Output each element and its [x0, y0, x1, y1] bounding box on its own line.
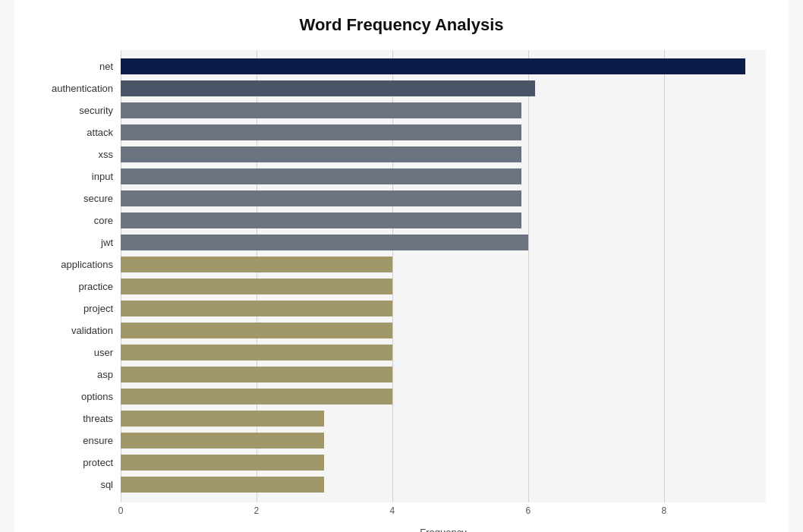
x-tick-label: 6 [525, 505, 531, 516]
bar-row [121, 56, 766, 76]
bar-fill [121, 168, 521, 184]
bar-row [121, 122, 766, 142]
bar-label: options [37, 386, 121, 406]
chart-inner: netauthenticationsecurityattackxssinputs… [37, 50, 766, 532]
bar-fill [121, 80, 535, 96]
bar-label: net [37, 56, 121, 76]
bar-row [121, 210, 766, 230]
bar-label: ensure [37, 430, 121, 450]
bars-section: netauthenticationsecurityattackxssinputs… [37, 50, 766, 502]
bar-label: threats [37, 408, 121, 428]
bar-label: applications [37, 254, 121, 274]
chart-title: Word Frequency Analysis [37, 15, 766, 35]
bar-fill [121, 102, 521, 118]
bar-row [121, 188, 766, 208]
bar-label: validation [37, 320, 121, 340]
bar-label: secure [37, 188, 121, 208]
bar-label: security [37, 100, 121, 120]
bar-row [121, 254, 766, 274]
bar-fill [121, 367, 392, 382]
bar-fill [121, 389, 392, 405]
bar-label: attack [37, 122, 121, 142]
bar-row [121, 78, 766, 98]
bar-row [121, 386, 766, 406]
bar-row [121, 474, 766, 494]
bar-label: user [37, 342, 121, 362]
bar-fill [121, 58, 745, 74]
bar-fill [121, 345, 392, 360]
bar-fill [121, 124, 521, 140]
bar-fill [121, 323, 392, 338]
bar-row [121, 364, 766, 384]
bar-label: authentication [37, 78, 121, 98]
bar-fill [121, 411, 324, 427]
x-tick-label: 8 [661, 505, 666, 516]
bar-label: input [37, 166, 121, 186]
bar-row [121, 276, 766, 296]
bar-row [121, 430, 766, 450]
bar-fill [121, 455, 324, 471]
bar-row [121, 342, 766, 362]
bar-fill [121, 477, 324, 493]
chart-container: Word Frequency Analysis netauthenticatio… [14, 0, 789, 532]
bar-fill [121, 301, 392, 316]
bar-row [121, 232, 766, 252]
main-layout: netauthenticationsecurityattackxssinputs… [37, 50, 766, 502]
x-axis-label: Frequency [121, 527, 766, 532]
bar-label: protect [37, 452, 121, 472]
bar-row [121, 100, 766, 120]
x-tick-label: 4 [390, 505, 395, 516]
labels-column: netauthenticationsecurityattackxssinputs… [37, 50, 121, 502]
bars-inner [121, 56, 766, 494]
bar-label: core [37, 210, 121, 230]
bar-fill [121, 190, 521, 206]
bar-row [121, 166, 766, 186]
bar-fill [121, 433, 324, 449]
x-ticks-container: 02468 [121, 505, 766, 521]
bar-label: sql [37, 474, 121, 494]
bar-fill [121, 235, 528, 250]
bar-fill [121, 279, 392, 294]
x-axis: 02468 [121, 505, 766, 521]
bar-row [121, 298, 766, 318]
bar-row [121, 320, 766, 340]
bar-row [121, 144, 766, 164]
bar-fill [121, 212, 521, 228]
bar-fill [121, 257, 392, 272]
bar-label: asp [37, 364, 121, 384]
x-tick-label: 2 [254, 505, 260, 516]
bar-row [121, 452, 766, 472]
bar-row [121, 408, 766, 428]
bar-label: project [37, 298, 121, 318]
bar-label: xss [37, 144, 121, 164]
bar-fill [121, 146, 521, 162]
bar-label: jwt [37, 232, 121, 252]
bar-label: practice [37, 276, 121, 296]
x-tick-label: 0 [118, 505, 124, 516]
bars-right-section [121, 50, 766, 502]
